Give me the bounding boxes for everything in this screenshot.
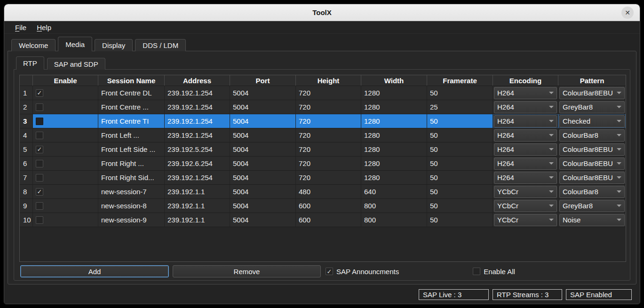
chevron-down-icon (549, 92, 554, 94)
row-number[interactable]: 9 (20, 199, 33, 213)
encoding-dropdown[interactable]: H264 (494, 172, 557, 184)
table-row[interactable]: 8 ✓ new-session-7 239.192.1.1 5004 480 6… (20, 185, 626, 199)
tab-media[interactable]: Media (58, 37, 92, 51)
chevron-down-icon (617, 190, 621, 193)
pattern-value: ColourBar8 (563, 131, 615, 139)
enable-checkbox[interactable]: ✓ (36, 103, 43, 111)
address-cell: 239.192.1.1 (165, 213, 230, 227)
encoding-dropdown[interactable]: H264 (494, 101, 557, 113)
pattern-dropdown[interactable]: GreyBar8 (559, 101, 625, 113)
menu-help[interactable]: Help (32, 23, 56, 32)
row-number[interactable]: 10 (20, 213, 33, 227)
session-name-cell: new-session-7 (98, 185, 165, 198)
column-header-pattern[interactable]: Pattern (558, 75, 626, 86)
enable-checkbox[interactable]: ✓ (36, 174, 43, 182)
tab-welcome[interactable]: Welcome (11, 39, 56, 51)
pattern-cell: Checked (558, 114, 626, 128)
check-icon: ✓ (37, 189, 42, 195)
enable-all-checkbox[interactable]: ✓ (473, 268, 480, 275)
pattern-dropdown[interactable]: Checked (559, 115, 625, 127)
row-number[interactable]: 8 (20, 185, 33, 198)
row-number[interactable]: 2 (20, 100, 33, 114)
table-row[interactable]: 5 ✓ Front Left Side ... 239.192.5.254 50… (20, 142, 626, 157)
titlebar[interactable]: ToolX ✕ (4, 4, 640, 21)
enable-all-label: Enable All (484, 268, 515, 276)
column-header-width[interactable]: Width (361, 75, 427, 86)
enable-checkbox[interactable]: ✓ (36, 118, 43, 125)
chevron-down-icon (549, 219, 554, 221)
width-cell: 800 (361, 213, 427, 227)
pattern-dropdown[interactable]: ColourBar8EBU (559, 143, 625, 156)
row-number[interactable]: 3 (20, 114, 33, 128)
table-row[interactable]: 7 ✓ Front Right Sid... 239.192.1.254 500… (20, 171, 626, 185)
enable-checkbox[interactable]: ✓ (36, 216, 43, 224)
enable-checkbox[interactable]: ✓ (36, 146, 43, 153)
table-row[interactable]: 3 ✓ Front Centre TI 239.192.1.254 5004 7… (20, 114, 626, 128)
pattern-cell: GreyBar8 (558, 100, 626, 114)
pattern-dropdown[interactable]: Noise (559, 214, 625, 226)
tab-display[interactable]: Display (95, 39, 133, 51)
remove-button[interactable]: Remove (173, 265, 321, 277)
column-header-session-name[interactable]: Session Name (98, 75, 165, 86)
tab-sap-and-sdp[interactable]: SAP and SDP (47, 58, 105, 70)
pattern-dropdown[interactable]: ColourBar8EBU (559, 87, 625, 99)
enable-checkbox[interactable]: ✓ (36, 132, 43, 139)
add-button[interactable]: Add (20, 265, 169, 277)
chevron-down-icon (549, 106, 554, 108)
encoding-dropdown[interactable]: YCbCr (494, 214, 557, 226)
encoding-dropdown[interactable]: H264 (494, 143, 557, 156)
row-number[interactable]: 5 (20, 142, 33, 156)
enable-checkbox[interactable]: ✓ (36, 188, 43, 196)
check-icon: ✓ (37, 90, 42, 96)
framerate-cell: 25 (427, 100, 493, 114)
enable-checkbox[interactable]: ✓ (36, 160, 43, 167)
table-row[interactable]: 2 ✓ Front Centre ... 239.192.1.254 5004 … (20, 100, 626, 114)
encoding-dropdown[interactable]: H264 (494, 115, 557, 127)
pattern-dropdown[interactable]: GreyBar8 (559, 200, 625, 212)
height-cell: 720 (296, 114, 361, 128)
tab-dds-ldm[interactable]: DDS / LDM (135, 39, 186, 51)
height-cell: 720 (296, 171, 361, 184)
row-number[interactable]: 7 (20, 171, 33, 184)
table-body: 1 ✓ Front Centre DL 239.192.1.254 5004 7… (20, 86, 626, 261)
encoding-value: H264 (497, 117, 547, 125)
encoding-dropdown[interactable]: H264 (494, 158, 557, 170)
pattern-dropdown[interactable]: ColourBar8 (559, 186, 625, 198)
table-row[interactable]: 10 ✓ new-session-9 239.192.1.1 5004 600 … (20, 213, 626, 227)
pattern-dropdown[interactable]: ColourBar8EBU (559, 158, 625, 170)
row-number[interactable]: 1 (20, 86, 33, 100)
column-header-height[interactable]: Height (296, 75, 361, 86)
encoding-dropdown[interactable]: YCbCr (494, 200, 557, 212)
column-header-encoding[interactable]: Encoding (493, 75, 558, 86)
enable-checkbox[interactable]: ✓ (36, 202, 43, 210)
table-row[interactable]: 6 ✓ Front Right ... 239.192.6.254 5004 7… (20, 157, 626, 171)
encoding-cell: H264 (493, 114, 558, 128)
pattern-value: ColourBar8EBU (563, 159, 615, 167)
close-button[interactable]: ✕ (621, 7, 634, 19)
framerate-cell: 50 (427, 114, 493, 128)
encoding-cell: H264 (493, 142, 558, 156)
table-row[interactable]: 4 ✓ Front Left ... 239.192.1.254 5004 72… (20, 128, 626, 142)
encoding-dropdown[interactable]: H264 (494, 129, 557, 142)
column-header-enable[interactable]: Enable (33, 75, 98, 86)
pattern-dropdown[interactable]: ColourBar8EBU (559, 172, 625, 184)
status-sap-enabled: SAP Enabled (566, 289, 632, 300)
port-cell: 5004 (230, 185, 296, 198)
address-cell: 239.192.5.254 (165, 142, 230, 156)
encoding-dropdown[interactable]: YCbCr (494, 186, 557, 198)
sap-announcements-checkbox[interactable]: ✓ (326, 268, 333, 275)
column-header-framerate[interactable]: Framerate (427, 75, 493, 86)
row-number[interactable]: 6 (20, 157, 33, 170)
column-header-address[interactable]: Address (165, 75, 230, 86)
column-header-port[interactable]: Port (230, 75, 296, 86)
menubar: File Help (4, 21, 640, 34)
encoding-dropdown[interactable]: H264 (494, 87, 557, 99)
menu-file[interactable]: File (11, 23, 31, 32)
pattern-dropdown[interactable]: ColourBar8 (559, 129, 625, 142)
enable-checkbox[interactable]: ✓ (36, 89, 43, 97)
table-row[interactable]: 9 ✓ new-session-8 239.192.1.1 5004 600 8… (20, 199, 626, 213)
chevron-down-icon (617, 106, 621, 108)
row-number[interactable]: 4 (20, 128, 33, 142)
tab-rtp[interactable]: RTP (16, 56, 44, 70)
table-row[interactable]: 1 ✓ Front Centre DL 239.192.1.254 5004 7… (20, 86, 626, 100)
